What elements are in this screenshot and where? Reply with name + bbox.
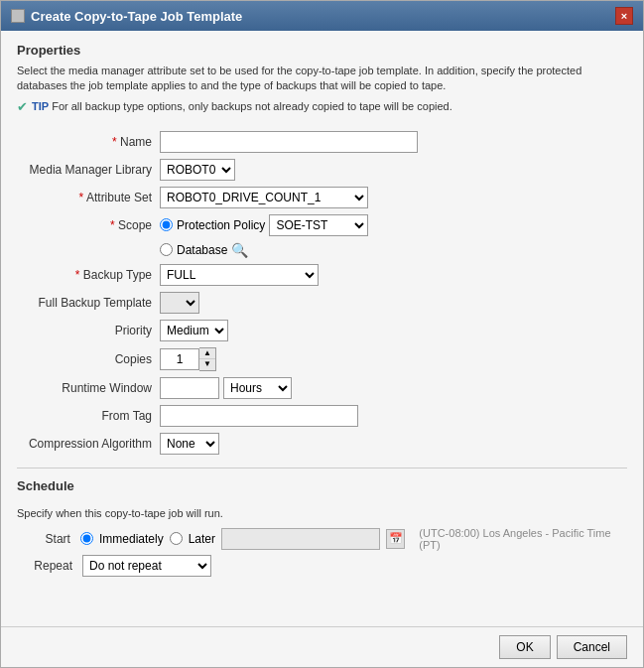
start-row: Start Immediately Later 📅 (UTC-08:00) Lo…	[17, 527, 627, 551]
section-divider	[17, 468, 627, 468]
backup-type-input-cell: FULL INCREMENTAL CUMULATIVE	[156, 261, 627, 289]
scope-label-cell: * Scope	[17, 211, 156, 239]
start-later-radio[interactable]	[170, 532, 183, 545]
scope-database-label: Database	[177, 243, 227, 257]
from-tag-label-cell: From Tag	[17, 402, 156, 430]
copies-input[interactable]	[160, 348, 199, 370]
compression-algorithm-label-cell: Compression Algorithm	[17, 430, 156, 458]
close-button[interactable]: ×	[615, 7, 633, 25]
scope-protection-policy-radio[interactable]	[160, 218, 173, 231]
copies-spinner: ▲ ▼	[160, 347, 623, 371]
full-backup-template-row: Full Backup Template	[17, 289, 627, 317]
name-label-cell: * Name	[17, 128, 156, 156]
dialog-footer: OK Cancel	[1, 626, 643, 667]
timezone-text: (UTC-08:00) Los Angeles - Pacific Time (…	[419, 527, 627, 551]
media-manager-label: Media Manager Library	[30, 163, 152, 177]
priority-label-cell: Priority	[17, 317, 156, 344]
copies-label: Copies	[115, 352, 152, 366]
name-required-star: *	[112, 135, 120, 149]
scope-database-row: Database 🔍	[17, 239, 627, 261]
compression-algorithm-select[interactable]: None ZLIB BZIP2	[160, 433, 219, 455]
backup-type-row: * Backup Type FULL INCREMENTAL CUMULATIV…	[17, 261, 627, 289]
media-manager-select[interactable]: ROBOT0	[160, 159, 235, 181]
attribute-set-input-cell: ROBOT0_DRIVE_COUNT_1	[156, 184, 627, 211]
from-tag-input-cell	[156, 402, 627, 430]
copies-increment-button[interactable]: ▲	[199, 348, 215, 359]
attribute-set-label: Attribute Set	[86, 191, 152, 204]
runtime-window-label: Runtime Window	[62, 381, 152, 395]
media-manager-control: ROBOT0	[160, 159, 623, 181]
tip-content: For all backup type options, only backup…	[52, 100, 452, 112]
compression-algorithm-label: Compression Algorithm	[29, 437, 152, 451]
name-input-cell	[156, 128, 627, 156]
tip-label: TIP	[32, 100, 49, 112]
runtime-window-unit-select[interactable]: Hours Minutes	[223, 377, 292, 399]
media-manager-input-cell: ROBOT0	[156, 156, 627, 184]
attribute-set-required-star: *	[79, 191, 86, 204]
full-backup-template-label: Full Backup Template	[38, 296, 152, 310]
create-copy-to-tape-dialog: Create Copy-to-Tape Job Template × Prope…	[0, 0, 644, 668]
backup-type-select[interactable]: FULL INCREMENTAL CUMULATIVE	[160, 264, 319, 286]
calendar-icon[interactable]: 📅	[386, 529, 405, 549]
title-bar-left: Create Copy-to-Tape Job Template	[11, 9, 242, 24]
tip-check-icon: ✔	[17, 99, 28, 114]
ok-button[interactable]: OK	[499, 635, 550, 659]
properties-description: Select the media manager attribute set t…	[17, 64, 627, 94]
full-backup-template-select[interactable]	[160, 292, 199, 314]
runtime-window-input-cell: Hours Minutes	[156, 374, 627, 402]
name-label: Name	[120, 135, 152, 149]
backup-type-label-cell: * Backup Type	[17, 261, 156, 289]
copies-decrement-button[interactable]: ▼	[199, 359, 215, 370]
start-immediately-radio[interactable]	[80, 532, 93, 545]
schedule-title: Schedule	[17, 478, 627, 493]
scope-protection-policy-select[interactable]: SOE-TST	[269, 214, 368, 236]
priority-label: Priority	[115, 324, 152, 337]
repeat-label: Repeat	[17, 559, 76, 573]
runtime-window-label-cell: Runtime Window	[17, 374, 156, 402]
compression-algorithm-row: Compression Algorithm None ZLIB BZIP2	[17, 430, 627, 458]
full-backup-template-label-cell: Full Backup Template	[17, 289, 156, 317]
title-bar: Create Copy-to-Tape Job Template ×	[1, 1, 643, 31]
scope-database-control: Database 🔍	[160, 242, 623, 258]
start-immediately-label: Immediately	[99, 532, 164, 546]
scope-label: Scope	[118, 218, 152, 232]
tip-row: ✔ TIP For all backup type options, only …	[17, 100, 627, 114]
runtime-window-row: Runtime Window Hours Minutes	[17, 374, 627, 402]
compression-algorithm-input-cell: None ZLIB BZIP2	[156, 430, 627, 458]
attribute-set-select[interactable]: ROBOT0_DRIVE_COUNT_1	[160, 187, 368, 208]
repeat-select[interactable]: Do not repeat Daily Weekly Monthly	[82, 555, 211, 577]
cancel-button[interactable]: Cancel	[557, 635, 627, 659]
scope-protection-policy-control: Protection Policy SOE-TST	[160, 214, 623, 236]
name-input[interactable]	[160, 131, 418, 153]
scope-required-star: *	[110, 218, 118, 232]
copies-input-cell: ▲ ▼	[156, 344, 627, 374]
start-datetime-input[interactable]	[221, 528, 380, 550]
scope-database-cell: Database 🔍	[156, 239, 627, 261]
priority-select[interactable]: Low Medium High	[160, 320, 228, 341]
from-tag-label: From Tag	[102, 409, 152, 423]
full-backup-template-control	[160, 292, 623, 314]
backup-type-control: FULL INCREMENTAL CUMULATIVE	[160, 264, 623, 286]
runtime-window-input[interactable]	[160, 377, 219, 399]
scope-database-label-cell	[17, 239, 156, 261]
properties-section: Properties Select the media manager attr…	[17, 43, 627, 458]
priority-input-cell: Low Medium High	[156, 317, 627, 344]
media-manager-row: Media Manager Library ROBOT0	[17, 156, 627, 184]
database-search-icon[interactable]: 🔍	[231, 242, 248, 258]
tip-text: TIP For all backup type options, only ba…	[32, 100, 452, 112]
start-later-label: Later	[189, 532, 215, 546]
scope-protection-policy-label: Protection Policy	[177, 218, 265, 232]
start-label: Start	[17, 532, 74, 546]
full-backup-template-input-cell	[156, 289, 627, 317]
properties-title: Properties	[17, 43, 627, 58]
dialog-title: Create Copy-to-Tape Job Template	[31, 9, 242, 24]
scope-database-radio[interactable]	[160, 243, 173, 256]
dialog-icon	[11, 9, 25, 23]
schedule-section: Schedule Specify when this copy-to-tape …	[17, 478, 627, 577]
dialog-content: Properties Select the media manager attr…	[1, 31, 643, 626]
name-row: * Name	[17, 128, 627, 156]
scope-protection-policy-row: * Scope Protection Policy SOE-TST	[17, 211, 627, 239]
from-tag-input[interactable]	[160, 405, 358, 427]
backup-type-label: Backup Type	[83, 268, 152, 282]
copies-label-cell: Copies	[17, 344, 156, 374]
